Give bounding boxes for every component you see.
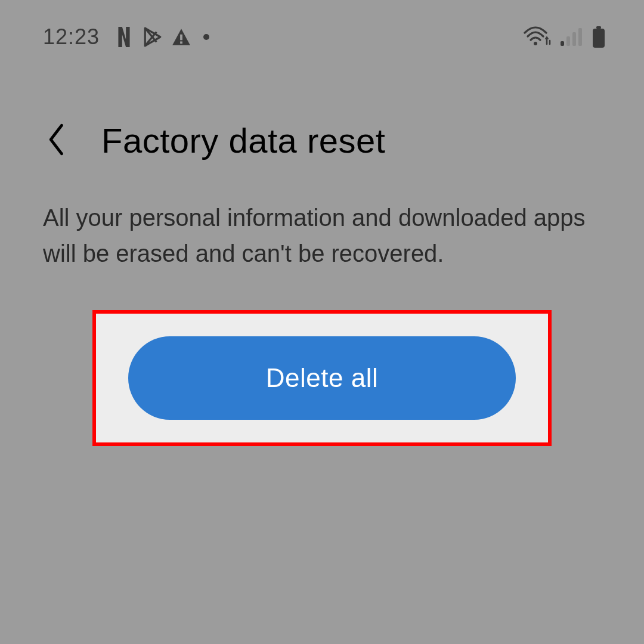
page-title: Factory data reset [101, 120, 385, 160]
play-store-icon [143, 27, 163, 47]
signal-icon [559, 27, 583, 47]
status-bar-right [524, 26, 606, 48]
delete-all-highlight: Delete all [92, 310, 552, 446]
svg-rect-5 [561, 41, 564, 46]
status-bar-left: 12:23 [43, 24, 209, 49]
status-bar: 12:23 [0, 23, 644, 51]
page-header: Factory data reset [42, 119, 602, 161]
svg-rect-3 [180, 41, 182, 44]
wifi-icon [524, 26, 551, 48]
more-dot-icon [203, 34, 209, 40]
chevron-left-icon [47, 123, 67, 158]
reset-warning-text: All your personal information and downlo… [43, 200, 601, 271]
warning-icon [171, 27, 191, 47]
svg-rect-7 [572, 32, 576, 46]
svg-point-4 [534, 42, 537, 45]
battery-icon [592, 26, 606, 48]
svg-rect-8 [578, 28, 582, 46]
svg-rect-2 [180, 35, 182, 41]
status-clock: 12:23 [43, 24, 100, 49]
svg-rect-6 [566, 36, 570, 46]
delete-all-button[interactable]: Delete all [128, 336, 516, 420]
back-button[interactable] [42, 119, 72, 161]
svg-rect-9 [596, 26, 601, 29]
svg-rect-10 [593, 29, 605, 48]
netflix-icon [114, 27, 134, 47]
